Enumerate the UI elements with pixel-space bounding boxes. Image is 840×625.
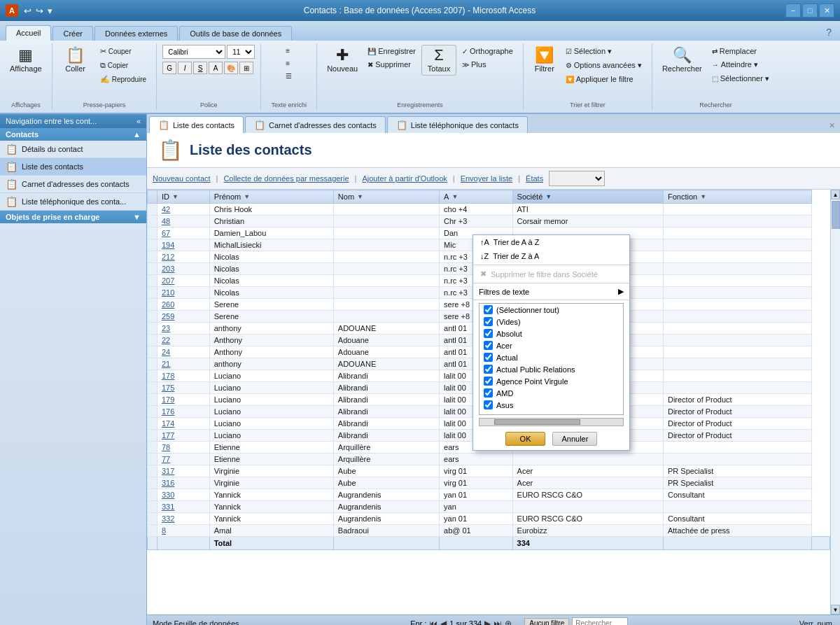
filtrer-button[interactable]: 🔽 Filtrer [529,45,560,76]
table-row[interactable]: 332 Yannick Augrandenis yan 01 EURO RSCG… [148,513,830,525]
nav-first-button[interactable]: ⏮ [429,619,438,626]
options-avancees-button[interactable]: ⚙ Options avancées ▾ [561,59,646,72]
nav-section-contacts[interactable]: Contacts ▲ [0,128,146,141]
enregistrer-button[interactable]: 💾 Enregistrer [363,45,420,57]
grid-button[interactable]: ⊞ [239,62,253,74]
doc-tab-tel[interactable]: 📋 Liste téléphonique des contacts [387,116,528,133]
col-prenom[interactable]: Prénom ▼ [209,190,333,204]
align-left[interactable]: ≡ [281,45,296,57]
doc-tab-liste[interactable]: 📋 Liste des contacts [149,116,244,133]
nav-item-tel[interactable]: 📋 Liste téléphonique des conta... [0,193,146,211]
doc-tab-carnet[interactable]: 📋 Carnet d'adresses des contacts [245,116,386,133]
appliquer-filtre-button[interactable]: 🔽 Appliquer le filtre [561,73,646,85]
societe-sort-icon[interactable]: ▼ [545,193,552,200]
check-select-all[interactable]: (Sélectionner tout) [479,304,623,316]
check-vides[interactable]: (Vides) [479,316,623,328]
cell-id[interactable]: 317 [158,465,210,477]
cell-id[interactable]: 259 [158,311,210,323]
prenom-sort-icon[interactable]: ▼ [244,193,250,200]
checkbox-scrollbar-h[interactable] [479,418,624,426]
envoyer-liste-button[interactable]: Envoyer la liste [461,174,513,183]
etats-dropdown[interactable] [549,171,605,186]
table-row[interactable]: 331 Yannick Augrandenis yan [148,501,830,513]
cell-id[interactable]: 210 [158,287,210,299]
remplacer-button[interactable]: ⇄ Remplacer [708,45,774,57]
cell-id[interactable]: 48 [158,216,210,227]
coller-button[interactable]: 📋 Coller [58,45,93,76]
cell-id[interactable]: 176 [158,406,210,418]
cell-id[interactable]: 331 [158,501,210,513]
cell-id[interactable]: 23 [158,323,210,335]
table-row[interactable]: 316 Virginie Aube virg 01 Acer PR Specia… [148,477,830,489]
totaux-button[interactable]: Σ Totaux [421,45,456,76]
highlight-button[interactable]: 🎨 [224,62,238,74]
qa-dropdown[interactable]: ▾ [46,4,54,17]
table-row[interactable]: 77 Etienne Arquillère ears [148,454,830,465]
sort-desc-button[interactable]: ↓Z Trier de Z à A [473,249,629,263]
nav-section-objets[interactable]: Objets de prise en charge ▼ [0,211,146,223]
col-a[interactable]: A ▼ [440,190,513,204]
cell-id[interactable]: 77 [158,454,210,465]
cell-id[interactable]: 78 [158,442,210,454]
plus-button[interactable]: ≫ Plus [458,58,517,71]
tab-outils[interactable]: Outils de base de données [179,26,292,41]
filter-ok-button[interactable]: OK [505,432,546,446]
check-absolut[interactable]: Absolut [479,328,623,339]
remove-filter-button[interactable]: ✖ Supprimer le filtre dans Société [473,267,629,281]
cell-id[interactable]: 174 [158,418,210,430]
table-row[interactable]: 42 Chris Hook cho +4 ATI [148,204,830,216]
cell-id[interactable]: 21 [158,358,210,370]
selection-button[interactable]: ☑ Sélection ▾ [561,45,646,58]
table-row[interactable]: 317 Virginie Aube virg 01 Acer PR Specia… [148,465,830,477]
bullets[interactable]: ☰ [281,70,296,82]
cell-id[interactable]: 22 [158,335,210,346]
tab-donnees-externes[interactable]: Données externes [94,26,178,41]
check-agence[interactable]: Agence Point Virgule [479,375,623,387]
close-button[interactable]: ✕ [819,3,834,17]
col-nom[interactable]: Nom ▼ [333,190,439,204]
col-id[interactable]: ID ▼ [158,190,210,204]
check-absolut-input[interactable] [484,329,493,338]
check-amd[interactable]: AMD [479,387,623,399]
cell-id[interactable]: 316 [158,477,210,489]
orthographe-button[interactable]: ✓ Orthographe [458,45,517,57]
scroll-up-button[interactable]: ▲ [831,190,840,199]
check-acer-input[interactable] [484,341,493,350]
nouveau-button[interactable]: ✚ Nouveau [323,45,362,76]
cell-id[interactable]: 207 [158,275,210,287]
no-filter-button[interactable]: Aucun filtre [524,618,569,625]
check-actual-pr[interactable]: Actual Public Relations [479,363,623,375]
nav-item-carnet[interactable]: 📋 Carnet d'adresses des contacts [0,176,146,193]
scroll-down-button[interactable]: ▼ [831,605,840,615]
cell-id[interactable]: 24 [158,346,210,358]
cell-id[interactable]: 332 [158,513,210,525]
check-amd-input[interactable] [484,388,493,398]
supprimer-button[interactable]: ✖ Supprimer [363,58,420,71]
italic-button[interactable]: I [178,62,192,74]
atteindre-button[interactable]: → Atteindre ▾ [708,58,774,71]
col-fonction[interactable]: Fonction ▼ [663,190,811,204]
check-asus[interactable]: Asus [479,399,623,411]
cell-id[interactable]: 67 [158,227,210,239]
check-asus-input[interactable] [484,400,493,409]
redo-button[interactable]: ↪ [34,4,45,17]
nav-next-button[interactable]: ▶ [484,619,491,626]
nav-last-button[interactable]: ⏭ [493,619,502,626]
ajouter-outlook-button[interactable]: Ajouter à partir d'Outlook [362,174,447,183]
a-sort-icon[interactable]: ▼ [451,193,458,200]
collecte-button[interactable]: Collecte de données par messagerie [223,174,349,183]
cell-id[interactable]: 260 [158,299,210,311]
check-select-all-input[interactable] [484,305,493,314]
align-center[interactable]: ≡ [281,57,296,69]
col-societe[interactable]: Société ▼ [512,190,663,204]
rechercher-button[interactable]: 🔍 Rechercher [658,45,706,76]
check-agence-input[interactable] [484,377,493,386]
check-actual-input[interactable] [484,353,493,362]
restore-button[interactable]: □ [802,3,818,17]
cell-id[interactable]: 175 [158,382,210,394]
nouveau-contact-button[interactable]: Nouveau contact [153,174,211,183]
cell-id[interactable]: 194 [158,239,210,251]
check-acer[interactable]: Acer [479,339,623,351]
table-scrollbar[interactable]: ▲ ▼ [830,190,840,615]
table-row[interactable]: 330 Yannick Augrandenis yan 01 EURO RSCG… [148,489,830,501]
